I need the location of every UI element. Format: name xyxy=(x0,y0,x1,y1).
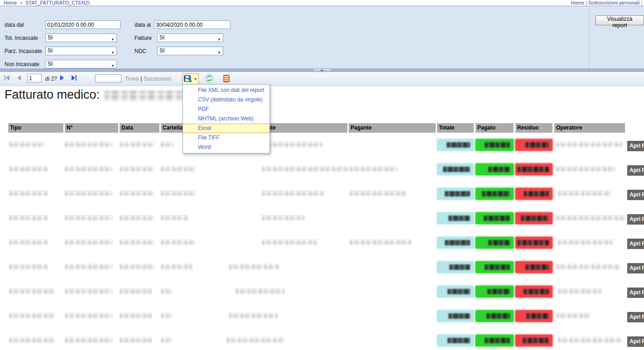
redacted-data xyxy=(120,264,154,270)
export-option-file-xml-con-dati-del-report[interactable]: File XML con dati del report xyxy=(183,86,269,95)
residuo-cell xyxy=(515,335,553,346)
redacted-numero xyxy=(65,240,112,245)
redacted-tipo xyxy=(9,313,54,319)
residuo-cell xyxy=(515,188,553,200)
collapse-parameters-handle[interactable] xyxy=(313,68,331,72)
data-al-label: data al xyxy=(135,22,151,28)
redacted-numero xyxy=(65,166,112,172)
refresh-button[interactable] xyxy=(205,74,214,84)
residuo-cell-value xyxy=(517,240,549,245)
residuo-cell xyxy=(515,237,553,249)
apri-button[interactable]: Apri F xyxy=(627,312,644,322)
last-page-icon xyxy=(72,75,75,81)
totale-cell-value xyxy=(445,240,470,245)
redacted-cartella xyxy=(161,240,195,245)
breadcrumb-home-link[interactable]: Home xyxy=(4,0,17,5)
apri-button[interactable]: Apri F xyxy=(627,288,644,298)
breadcrumb-separator: > xyxy=(19,0,22,5)
residuo-cell-value xyxy=(517,167,549,172)
redacted-operatore xyxy=(556,215,626,221)
residuo-cell-value xyxy=(524,191,549,197)
export-option-mhtml-archivio-web-[interactable]: MHTML (archivio Web) xyxy=(183,114,269,124)
export-option-word[interactable]: Word xyxy=(183,143,269,152)
redacted-cartella xyxy=(161,288,173,294)
apri-button[interactable]: Apri F xyxy=(627,141,644,151)
totale-cell xyxy=(437,261,474,273)
export-button[interactable]: ▼ xyxy=(182,73,199,85)
redacted-tipo xyxy=(9,337,54,343)
residuo-cell xyxy=(515,310,553,322)
column-header-totale: Totale xyxy=(437,123,474,133)
parameters-panel: data dal data al Tot. Incassate SI▼ Fatt… xyxy=(0,7,644,68)
export-option-csv-delimitato-da-virgole-[interactable]: CSV (delimitato da virgole) xyxy=(183,95,269,105)
table-row: Apri F xyxy=(0,183,644,207)
apri-button[interactable]: Apri F xyxy=(627,263,644,273)
redacted-pagante xyxy=(350,166,398,172)
tot-incassate-select[interactable]: SI▼ xyxy=(45,34,117,42)
last-page-button[interactable] xyxy=(72,75,77,81)
pagato-cell xyxy=(476,139,514,151)
export-option-pdf[interactable]: PDF xyxy=(183,105,269,114)
redacted-cartella xyxy=(161,337,173,343)
data-feed-icon xyxy=(223,75,230,82)
table-row: Apri F xyxy=(0,305,644,330)
redacted-data xyxy=(120,142,154,148)
redacted-numero xyxy=(65,191,112,197)
data-dal-input[interactable] xyxy=(45,20,120,29)
find-next-button[interactable]: Successivo xyxy=(144,76,172,82)
redacted-paziente xyxy=(226,337,284,343)
chevron-down-icon: ▼ xyxy=(217,49,221,57)
apri-button[interactable]: Apri F xyxy=(627,336,644,347)
redacted-data xyxy=(120,166,154,172)
redacted-operatore xyxy=(556,264,620,270)
report-title: Fatturato medico: xyxy=(5,88,100,102)
pagato-cell-value xyxy=(488,167,510,172)
totale-cell xyxy=(437,335,474,346)
first-page-icon xyxy=(5,75,5,81)
pagato-cell-value xyxy=(488,240,510,245)
apri-button[interactable]: Apri F xyxy=(627,165,644,176)
totale-cell-value xyxy=(447,289,470,294)
table-row: Apri F xyxy=(0,330,644,350)
home-link[interactable]: Home xyxy=(571,0,584,5)
residuo-cell xyxy=(515,261,553,273)
redacted-paziente xyxy=(229,313,278,319)
export-option-excel[interactable]: Excel xyxy=(183,124,269,133)
totale-cell xyxy=(437,286,474,297)
parameters-divider xyxy=(589,7,589,68)
non-incassate-label: Non Incassate xyxy=(5,61,39,67)
apri-button[interactable]: Apri F xyxy=(627,190,644,200)
ndc-select[interactable]: SI▼ xyxy=(157,47,223,55)
residuo-cell-value xyxy=(526,313,549,319)
personal-subscriptions-link[interactable]: Sottoscrizioni personali xyxy=(588,0,639,5)
next-page-button[interactable] xyxy=(60,75,64,81)
redacted-cartella xyxy=(161,142,173,148)
redacted-operatore xyxy=(558,240,613,245)
save-export-icon xyxy=(184,75,192,83)
export-menu: File XML con dati del reportCSV (delimit… xyxy=(183,84,270,153)
apri-button[interactable]: Apri F xyxy=(627,214,644,225)
non-incassate-select[interactable]: SI▼ xyxy=(45,60,117,68)
top-links-separator: | xyxy=(586,0,587,5)
data-al-input[interactable] xyxy=(154,20,231,29)
redacted-numero xyxy=(65,142,112,148)
parameters-splitter xyxy=(0,68,644,72)
pagato-cell xyxy=(476,212,514,224)
first-page-button[interactable] xyxy=(5,75,10,81)
apri-button[interactable]: Apri F xyxy=(627,239,644,249)
data-feed-button[interactable] xyxy=(223,75,230,82)
breadcrumb-report-link[interactable]: STAT_FATTURATO_CTERZI xyxy=(25,0,90,5)
fatture-select[interactable]: SI▼ xyxy=(157,34,223,42)
pagato-cell-value xyxy=(487,289,510,294)
find-button[interactable]: Trova xyxy=(125,76,139,82)
parz-incassate-select[interactable]: SI▼ xyxy=(45,47,117,55)
parz-incassate-label: Parz. Incassate xyxy=(5,48,42,54)
pagato-cell xyxy=(476,237,514,249)
find-separator: | xyxy=(140,76,142,82)
totale-cell-value xyxy=(443,167,470,172)
view-report-button[interactable]: Visualizza report xyxy=(596,15,644,25)
search-input[interactable] xyxy=(95,74,121,82)
export-option-file-tiff[interactable]: File TIFF xyxy=(183,133,269,143)
previous-page-button[interactable] xyxy=(17,75,21,81)
current-page-input[interactable] xyxy=(27,74,42,82)
